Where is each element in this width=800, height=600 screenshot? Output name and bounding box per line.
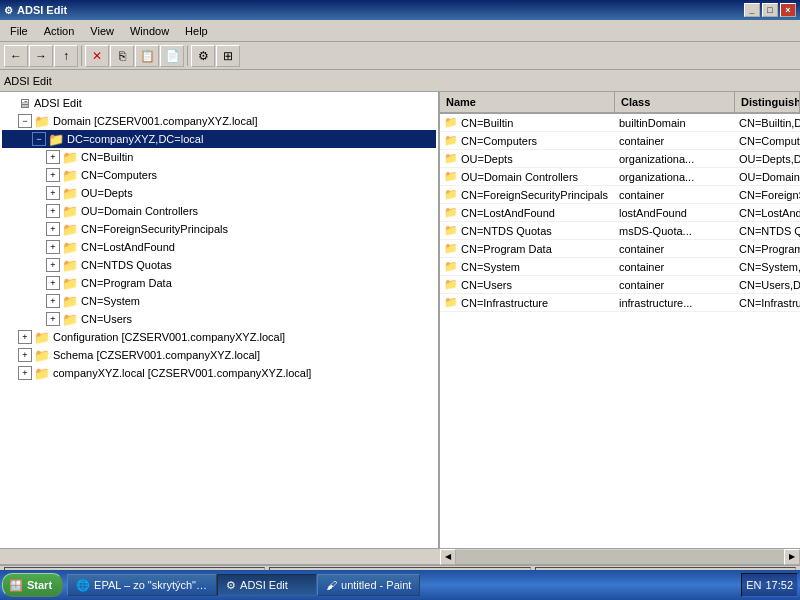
toolbar-sep-2	[187, 46, 188, 66]
col-name[interactable]: Name	[440, 92, 615, 112]
menu-view[interactable]: View	[82, 21, 122, 41]
paint-label: untitled - Paint	[341, 579, 411, 591]
scroll-left-btn[interactable]: ◀	[440, 549, 456, 565]
tree-item-root[interactable]: 🖥 ADSI Edit	[2, 94, 436, 112]
list-row[interactable]: 📁CN=NTDS Quotas msDS-Quota... CN=NTDS Qu…	[440, 222, 800, 240]
scroll-area: ◀ ▶	[0, 548, 800, 564]
sys-expand[interactable]: +	[46, 294, 60, 308]
list-row[interactable]: 📁CN=ForeignSecurityPrincipals container …	[440, 186, 800, 204]
tree-label-dc2: OU=Domain Controllers	[81, 205, 198, 217]
users-icon: 📁	[62, 312, 78, 327]
menu-bar: File Action View Window Help	[0, 20, 800, 42]
close-button[interactable]: ×	[780, 3, 796, 17]
menu-window[interactable]: Window	[122, 21, 177, 41]
ntds-expand[interactable]: +	[46, 258, 60, 272]
scroll-track[interactable]	[456, 550, 784, 564]
grid-button[interactable]: ⊞	[216, 45, 240, 67]
tree-label-config: Configuration [CZSERV001.companyXYZ.loca…	[53, 331, 285, 343]
pd-expand[interactable]: +	[46, 276, 60, 290]
tree-item-users[interactable]: + 📁 CN=Users	[2, 310, 436, 328]
menu-file[interactable]: File	[2, 21, 36, 41]
tree-label-computers: CN=Computers	[81, 169, 157, 181]
taskbar-task-adsi[interactable]: ⚙ ADSI Edit	[217, 574, 317, 596]
lost-expand[interactable]: +	[46, 240, 60, 254]
main-area: 🖥 ADSI Edit − 📁 Domain [CZSERV001.compan…	[0, 92, 800, 548]
list-row[interactable]: 📁CN=Users container CN=Users,DC=c...	[440, 276, 800, 294]
tree-item-foreignsec[interactable]: + 📁 CN=ForeignSecurityPrincipals	[2, 220, 436, 238]
dc-folder-icon: 📁	[48, 132, 64, 147]
col-dn[interactable]: Distinguished Na	[735, 92, 800, 112]
computers-expand[interactable]: +	[46, 168, 60, 182]
toolbar-sep-1	[81, 46, 82, 66]
foreignsec-expand[interactable]: +	[46, 222, 60, 236]
list-row[interactable]: 📁CN=Infrastructure infrastructure... CN=…	[440, 294, 800, 312]
tree-item-domaincontrollers[interactable]: + 📁 OU=Domain Controllers	[2, 202, 436, 220]
col-class[interactable]: Class	[615, 92, 735, 112]
foreignsec-icon: 📁	[62, 222, 78, 237]
domain-expand[interactable]: −	[18, 114, 32, 128]
tree-item-dc[interactable]: − 📁 DC=companyXYZ,DC=local	[2, 130, 436, 148]
tree-item-computers[interactable]: + 📁 CN=Computers	[2, 166, 436, 184]
list-row[interactable]: 📁OU=Depts organizationa... OU=Depts,DC=.…	[440, 150, 800, 168]
config-expand[interactable]: +	[18, 330, 32, 344]
tree-item-lost[interactable]: + 📁 CN=LostAndFound	[2, 238, 436, 256]
company-expand[interactable]: +	[18, 366, 32, 380]
back-button[interactable]: ←	[4, 45, 28, 67]
tree-label-ntds: CN=NTDS Quotas	[81, 259, 172, 271]
tree-item-domain[interactable]: − 📁 Domain [CZSERV001.companyXYZ.local]	[2, 112, 436, 130]
list-header: Name Class Distinguished Na	[440, 92, 800, 114]
builtin-icon: 📁	[62, 150, 78, 165]
schema-expand[interactable]: +	[18, 348, 32, 362]
dc2-expand[interactable]: +	[46, 204, 60, 218]
scroll-right-btn[interactable]: ▶	[784, 549, 800, 565]
row-folder-icon: 📁	[444, 170, 458, 183]
row-folder-icon: 📁	[444, 152, 458, 165]
app-icon: ⚙	[4, 5, 13, 16]
list-row[interactable]: 📁CN=Computers container CN=Computers,...	[440, 132, 800, 150]
list-pane[interactable]: Name Class Distinguished Na 📁CN=Builtin …	[440, 92, 800, 548]
paste-button[interactable]: 📋	[135, 45, 159, 67]
tree-item-system[interactable]: + 📁 CN=System	[2, 292, 436, 310]
builtin-expand[interactable]: +	[46, 150, 60, 164]
maximize-button[interactable]: □	[762, 3, 778, 17]
properties-button[interactable]: ⚙	[191, 45, 215, 67]
ntds-icon: 📁	[62, 258, 78, 273]
users-expand[interactable]: +	[46, 312, 60, 326]
list-row[interactable]: 📁OU=Domain Controllers organizationa... …	[440, 168, 800, 186]
dc-expand[interactable]: −	[32, 132, 46, 146]
address-bar: ADSI Edit	[0, 70, 800, 92]
list-row[interactable]: 📁CN=Program Data container CN=Program Da…	[440, 240, 800, 258]
horiz-scrollbar[interactable]: ◀ ▶	[440, 549, 800, 564]
tree-label-system: CN=System	[81, 295, 140, 307]
paste2-button[interactable]: 📄	[160, 45, 184, 67]
up-button[interactable]: ↑	[54, 45, 78, 67]
list-row[interactable]: 📁CN=LostAndFound lostAndFound CN=LostAnd…	[440, 204, 800, 222]
taskbar-task-epal[interactable]: 🌐 EPAL – zo "skrytých" arc...	[67, 574, 217, 596]
tree-label-users: CN=Users	[81, 313, 132, 325]
start-icon: 🪟	[9, 579, 23, 592]
tree-item-company[interactable]: + 📁 companyXYZ.local [CZSERV001.companyX…	[2, 364, 436, 382]
tree-item-programdata[interactable]: + 📁 CN=Program Data	[2, 274, 436, 292]
list-row[interactable]: 📁CN=System container CN=System,DC=...	[440, 258, 800, 276]
depts-expand[interactable]: +	[46, 186, 60, 200]
tree-item-depts[interactable]: + 📁 OU=Depts	[2, 184, 436, 202]
delete-button[interactable]: ✕	[85, 45, 109, 67]
taskbar: 🪟 Start 🌐 EPAL – zo "skrytých" arc... ⚙ …	[0, 570, 800, 600]
tree-item-builtin[interactable]: + 📁 CN=Builtin	[2, 148, 436, 166]
tree-item-config[interactable]: + 📁 Configuration [CZSERV001.companyXYZ.…	[2, 328, 436, 346]
start-button[interactable]: 🪟 Start	[2, 573, 63, 597]
title-bar-controls: _ □ ×	[744, 3, 796, 17]
menu-action[interactable]: Action	[36, 21, 83, 41]
menu-help[interactable]: Help	[177, 21, 216, 41]
forward-button[interactable]: →	[29, 45, 53, 67]
tree-item-ntds[interactable]: + 📁 CN=NTDS Quotas	[2, 256, 436, 274]
copy-button[interactable]: ⎘	[110, 45, 134, 67]
tree-pane[interactable]: 🖥 ADSI Edit − 📁 Domain [CZSERV001.compan…	[0, 92, 440, 548]
toolbar: ← → ↑ ✕ ⎘ 📋 📄 ⚙ ⊞	[0, 42, 800, 70]
list-row[interactable]: 📁CN=Builtin builtinDomain CN=Builtin,DC=…	[440, 114, 800, 132]
title-bar: ⚙ ADSI Edit _ □ ×	[0, 0, 800, 20]
tree-item-schema[interactable]: + 📁 Schema [CZSERV001.companyXYZ.local]	[2, 346, 436, 364]
taskbar-task-paint[interactable]: 🖌 untitled - Paint	[317, 574, 420, 596]
minimize-button[interactable]: _	[744, 3, 760, 17]
epal-label: EPAL – zo "skrytých" arc...	[94, 579, 208, 591]
